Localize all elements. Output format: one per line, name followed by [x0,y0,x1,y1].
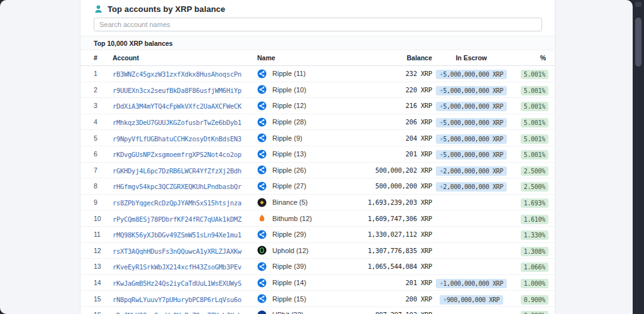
rank-cell: 13 [94,263,113,270]
page-title: Top accounts by XRP balance [108,4,225,14]
percent-cell: 1.066% [511,261,548,272]
ripple-icon [257,117,267,127]
account-link[interactable]: rN8pqRwLYuuvY7pUHurybPC8P6rLqVsu6o [113,296,242,303]
column-header-name: Name [257,54,358,62]
percent-badge: 2.500% [521,166,548,176]
account-link[interactable]: rKveEyR1SrkWbJX214xcfH43ZsoGMb3PEv [113,263,242,271]
account-name-label: UPbit (22) [272,311,304,314]
rank-cell: 7 [94,166,113,174]
name-cell: Ripple (28) [257,117,358,127]
ripple-icon [257,294,267,303]
name-cell: Ripple (15) [257,294,358,303]
ripple-icon [257,69,267,78]
search-input[interactable] [94,18,542,31]
table-row: 14 rKwJaGmB5Hz24Qs2iyCaTdUuL1WsEXUWyS Ri… [80,275,555,291]
table-row: 9 rs8ZPbYqgecRcDzQpJYAMhSxS15htsjnza Bin… [80,195,555,211]
escrow-cell: +5,000,000,000 XRP [432,148,511,160]
account-link[interactable]: rMhkqz3DeU7GUUJKGZofusbrTwZe6bDyb1 [113,119,242,126]
percent-badge: 1.308% [521,247,548,256]
rank-cell: 2 [94,86,113,94]
name-cell: Ripple (9) [257,133,358,143]
percent-cell: 5.001% [511,68,548,79]
account-name-label: Ripple (26) [272,166,306,174]
section-title: Top 10,000 XRP balances [80,36,555,50]
rank-cell: 12 [94,247,113,254]
rank-cell: 9 [94,198,113,206]
ripple-icon [257,165,267,175]
name-cell: Ripple (12) [257,101,358,111]
escrow-cell: +1,000,000,000 XRP [432,277,511,288]
name-cell: Ripple (13) [257,149,358,159]
percent-cell: 5.001% [511,148,548,160]
percent-cell: 5.001% [511,84,548,95]
account-cell: rGKHDyj4L6pc7DzRB6LWCR4YfZfzXj2Bdh [113,165,257,176]
account-link[interactable]: rDxJNbV23mu9xsWoQHoBqZQvc77YcbJXwb [113,311,242,314]
percent-cell: 1.000% [511,277,548,288]
search-wrap [94,18,542,31]
account-link[interactable]: rDdXiA3M4mYTQ4cFpWkVXfc2UaAXCFWeCK [113,102,242,110]
percent-cell: 0.898% [511,309,548,314]
escrow-badge: +900,000,000 XRP [440,295,504,305]
account-cell: rMQ98K56yXJbDGv49ZSmW51sLn94Xe1mu1 [113,229,257,240]
percent-cell: 2.500% [511,180,548,192]
name-cell: Ripple (29) [257,230,358,239]
account-name-label: Ripple (39) [272,263,306,270]
account-link[interactable]: rsXT3AQqhHDusFs3nQQuwcA1yXRLZJAXKw [113,247,242,255]
name-cell: Ripple (14) [257,278,358,288]
ripple-icon [257,278,267,288]
escrow-cell: +5,000,000,000 XRP [432,133,511,144]
table-row: 11 rMQ98K56yXJbDGv49ZSmW51sLn94Xe1mu1 Ri… [80,227,555,243]
table-row: 8 rHGfmgv54kpc3QCZGRXEQKUhLPndbasbQr Rip… [80,178,555,195]
account-link[interactable]: rHGfmgv54kpc3QCZGRXEQKUhLPndbasbQr [113,183,242,190]
account-cell: rsXT3AQqhHDusFs3nQQuwcA1yXRLZJAXKw [113,245,257,256]
table-row: 6 rKDvgGUsNPZxsgmoemfrgXPS2Not4co2op Rip… [80,146,555,163]
user-icon [94,4,103,14]
account-cell: rDxJNbV23mu9xsWoQHoBqZQvc77YcbJXwb [113,309,257,314]
rank-cell: 5 [94,134,113,142]
escrow-badge: +5,000,000,000 XRP [436,118,507,127]
name-cell: Bithumb (12) [257,214,358,223]
account-link[interactable]: r9UUEXn3cx2seufBkDa8F86usfjWM6HiYp [113,87,242,94]
scrollbar-up-button[interactable] [635,2,641,7]
balance-cell: 1,609,747,306 XRP [358,215,432,222]
ripple-icon [257,85,267,94]
browser-scrollbar-track[interactable] [633,0,644,314]
table-row: 5 r9NpyVfLfUGBhatuCCHKzosyDtKnBdsEN3 Rip… [80,130,555,146]
account-link[interactable]: rs8ZPbYqgecRcDzQpJYAMhSxS15htsjnza [113,199,242,207]
rank-cell: 14 [94,279,113,286]
scrollbar-thumb[interactable] [635,18,641,67]
percent-cell: 1.610% [511,213,548,224]
account-name-label: Ripple (13) [272,150,306,158]
table-row: 12 rsXT3AQqhHDusFs3nQQuwcA1yXRLZJAXKw Up… [80,243,555,259]
balance-cell: 206 XRP [358,118,432,126]
name-cell: Ripple (11) [257,69,358,78]
account-link[interactable]: rKwJaGmB5Hz24Qs2iyCaTdUuL1WsEXUWyS [113,279,242,287]
percent-badge: 1.330% [521,230,548,240]
account-link[interactable]: rMQ98K56yXJbDGv49ZSmW51sLn94Xe1mu1 [113,231,242,239]
column-header-rank: # [94,54,113,62]
account-link[interactable]: r9NpyVfLfUGBhatuCCHKzosyDtKnBdsEN3 [113,135,242,143]
percent-cell: 1.330% [511,229,548,240]
account-name-label: Bithumb (12) [272,215,312,222]
account-link[interactable]: rKDvgGUsNPZxsgmoemfrgXPS2Not4co2op [113,151,242,158]
balance-cell: 897,397,102 XRP [358,311,432,314]
name-cell: Ripple (26) [257,165,358,175]
percent-badge: 5.001% [521,134,548,144]
table-row: 7 rGKHDyj4L6pc7DzRB6LWCR4YfZfzXj2Bdh Rip… [80,163,555,179]
escrow-cell: +2,000,000,000 XRP [432,180,511,192]
account-link[interactable]: rB3WNZc45gxzW31zxfXdkx8HusAhoqscPn [113,70,242,78]
account-link[interactable]: rGKHDyj4L6pc7DzRB6LWCR4YfZfzXj2Bdh [113,167,242,175]
account-name-label: Ripple (29) [272,230,306,238]
percent-cell: 5.001% [511,133,548,144]
percent-badge: 5.001% [521,86,548,95]
table-row: 16 rDxJNbV23mu9xsWoQHoBqZQvc77YcbJXwb UP… [80,307,555,314]
rank-cell: 16 [94,311,113,314]
name-cell: Binance (5) [257,198,358,207]
percent-badge: 5.001% [521,118,548,127]
account-cell: rDdXiA3M4mYTQ4cFpWkVXfc2UaAXCFWeCK [113,100,257,111]
account-link[interactable]: rPyCQm8ESj78PDbrfKF24fRC7qUAk1kDMZ [113,215,242,223]
column-header-percent: % [511,54,548,62]
escrow-badge: +5,000,000,000 XRP [436,70,507,79]
account-name-label: Ripple (27) [272,182,306,190]
name-cell: UP UPbit (22) [257,310,358,314]
